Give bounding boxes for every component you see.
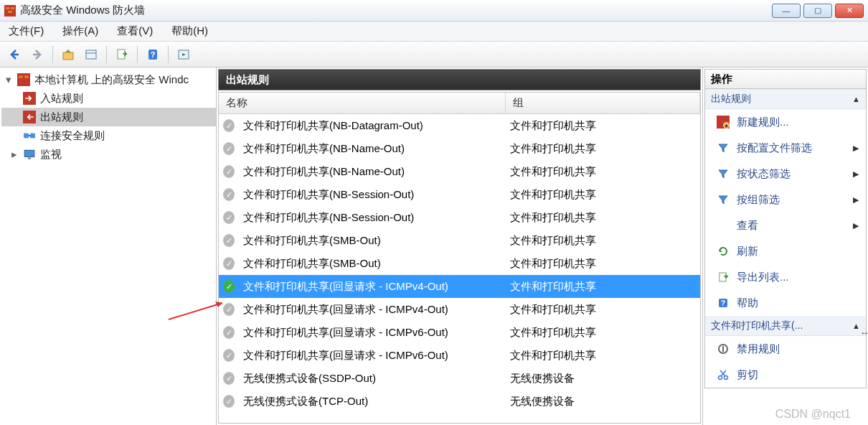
submenu-icon: ▶ (853, 195, 859, 205)
rule-row[interactable]: ✓文件和打印机共享(NB-Datagram-Out)文件和打印机共享 (219, 114, 700, 137)
action-help[interactable]: ?帮助 (705, 290, 866, 316)
rule-name: 无线便携式设备(SSDP-Out) (239, 372, 506, 386)
rule-group: 文件和打印机共享 (506, 188, 700, 202)
submenu-icon: ▶ (853, 144, 859, 153)
tree-inbound[interactable]: 入站规则 (1, 89, 216, 108)
svg-rect-17 (30, 134, 35, 139)
svg-text:?: ? (151, 50, 156, 59)
action-view-label: 查看 (737, 219, 758, 233)
rule-row[interactable]: ✓文件和打印机共享(回显请求 - ICMPv4-Out)文件和打印机共享 (219, 275, 700, 298)
actions-section-outbound-label: 出站规则 (711, 93, 751, 106)
collapse-icon: ▲ (852, 95, 860, 103)
rule-group: 文件和打印机共享 (506, 142, 700, 156)
toolbar: ? (0, 42, 868, 67)
svg-rect-1 (6, 7, 9, 9)
rule-name: 无线便携式设备(TCP-Out) (239, 395, 506, 408)
collapse-icon[interactable]: ▾ (6, 73, 16, 86)
rule-group: 无线便携设备 (506, 372, 700, 386)
toolbar-separator (137, 46, 138, 63)
back-button[interactable] (4, 45, 24, 65)
expand-icon[interactable]: ▸ (11, 148, 22, 161)
tree-root[interactable]: ▾ 本地计算机 上的高级安全 Windc (1, 70, 216, 89)
rule-group: 文件和打印机共享 (506, 326, 700, 340)
svg-rect-11 (17, 73, 30, 86)
rule-disabled-icon: ✓ (223, 303, 235, 316)
window-title: 高级安全 Windows 防火墙 (20, 4, 772, 17)
help-icon: ? (717, 296, 730, 309)
menu-file[interactable]: 文件(F) (6, 23, 47, 39)
action-disable-rule[interactable]: 禁用规则 (705, 336, 866, 362)
collapse-icon: ▲ (852, 322, 860, 330)
action-filter-group[interactable]: 按组筛选 ▶ (705, 187, 866, 212)
rule-row[interactable]: ✓文件和打印机共享(NB-Session-Out)文件和打印机共享 (219, 183, 700, 206)
rule-disabled-icon: ✓ (223, 395, 235, 408)
forward-button[interactable] (27, 45, 47, 65)
menu-view[interactable]: 查看(V) (114, 23, 156, 39)
submenu-icon: ▶ (853, 169, 859, 179)
rule-group: 文件和打印机共享 (506, 234, 700, 248)
action-cut[interactable]: 剪切 (705, 362, 866, 388)
action-pane-button[interactable] (174, 45, 194, 65)
rule-group: 文件和打印机共享 (506, 257, 700, 271)
rule-disabled-icon: ✓ (223, 211, 235, 224)
action-filter-profile[interactable]: 按配置文件筛选 ▶ (705, 135, 866, 161)
rule-name: 文件和打印机共享(NB-Name-Out) (239, 142, 506, 156)
rule-row[interactable]: ✓文件和打印机共享(NB-Name-Out)文件和打印机共享 (219, 137, 700, 160)
rule-group: 文件和打印机共享 (506, 280, 700, 294)
action-refresh[interactable]: 刷新 (705, 238, 866, 264)
actions-section-outbound[interactable]: 出站规则 ▲ (705, 89, 866, 109)
rule-name: 文件和打印机共享(回显请求 - ICMPv6-Out) (239, 326, 506, 340)
minimize-button[interactable]: — (772, 4, 801, 18)
tree-outbound[interactable]: 出站规则 (1, 108, 216, 126)
col-group-header[interactable]: 组 (506, 93, 700, 113)
maximize-button[interactable]: ▢ (803, 4, 832, 18)
tree-connsec[interactable]: 连接安全规则 (1, 126, 216, 145)
export-button[interactable] (112, 45, 132, 65)
rules-list: 名称 组 ✓文件和打印机共享(NB-Datagram-Out)文件和打印机共享✓… (218, 92, 701, 424)
svg-text:★: ★ (724, 123, 729, 129)
firewall-app-icon (4, 5, 16, 17)
resize-handle[interactable]: ↔ (861, 326, 868, 339)
tree-root-label: 本地计算机 上的高级安全 Windc (34, 73, 189, 87)
rule-disabled-icon: ✓ (223, 349, 235, 362)
svg-rect-4 (63, 52, 73, 60)
rule-disabled-icon: ✓ (223, 165, 235, 178)
submenu-icon: ▶ (853, 221, 859, 230)
filter-icon (717, 193, 730, 206)
rule-row[interactable]: ✓无线便携式设备(SSDP-Out)无线便携设备 (219, 367, 700, 390)
rule-name: 文件和打印机共享(回显请求 - ICMPv6-Out) (239, 349, 506, 363)
rule-row[interactable]: ✓文件和打印机共享(SMB-Out)文件和打印机共享 (219, 252, 700, 275)
tree-inbound-label: 入站规则 (40, 92, 83, 106)
rule-row[interactable]: ✓文件和打印机共享(回显请求 - ICMPv6-Out)文件和打印机共享 (219, 321, 700, 344)
rule-row[interactable]: ✓文件和打印机共享(NB-Session-Out)文件和打印机共享 (219, 206, 700, 229)
action-filter-state[interactable]: 按状态筛选 ▶ (705, 161, 866, 187)
action-new-rule[interactable]: ★新建规则... (705, 109, 866, 135)
list-body[interactable]: ✓文件和打印机共享(NB-Datagram-Out)文件和打印机共享✓文件和打印… (219, 114, 700, 423)
properties-button[interactable] (81, 45, 101, 65)
connsec-icon (23, 129, 36, 142)
center-panel-title: 出站规则 (218, 69, 701, 90)
action-disable-label: 禁用规则 (737, 342, 780, 356)
action-view[interactable]: 查看 ▶ (705, 212, 866, 238)
help-toolbar-button[interactable]: ? (143, 45, 163, 65)
rule-disabled-icon: ✓ (223, 326, 235, 339)
actions-section-selected[interactable]: 文件和打印机共享(... ▲ (705, 316, 866, 336)
tree-monitor[interactable]: ▸ 监视 (1, 145, 216, 164)
rule-row[interactable]: ✓文件和打印机共享(回显请求 - ICMPv6-Out)文件和打印机共享 (219, 344, 700, 367)
rule-row[interactable]: ✓无线便携式设备(TCP-Out)无线便携设备 (219, 390, 700, 413)
outbound-icon (23, 111, 36, 123)
rule-disabled-icon: ✓ (223, 119, 235, 132)
rule-row[interactable]: ✓文件和打印机共享(回显请求 - ICMPv4-Out)文件和打印机共享 (219, 298, 700, 321)
action-export[interactable]: 导出列表... (705, 264, 866, 290)
close-button[interactable]: ✕ (835, 4, 864, 18)
rule-group: 文件和打印机共享 (506, 211, 700, 225)
up-button[interactable] (58, 45, 78, 65)
rule-enabled-icon: ✓ (223, 280, 235, 293)
rule-name: 文件和打印机共享(NB-Datagram-Out) (239, 119, 506, 133)
col-name-header[interactable]: 名称 (219, 93, 506, 113)
rule-row[interactable]: ✓文件和打印机共享(NB-Name-Out)文件和打印机共享 (219, 160, 700, 183)
menu-action[interactable]: 操作(A) (60, 23, 101, 39)
toolbar-separator (168, 46, 169, 63)
rule-row[interactable]: ✓文件和打印机共享(SMB-Out)文件和打印机共享 (219, 229, 700, 252)
menu-help[interactable]: 帮助(H) (169, 23, 211, 39)
